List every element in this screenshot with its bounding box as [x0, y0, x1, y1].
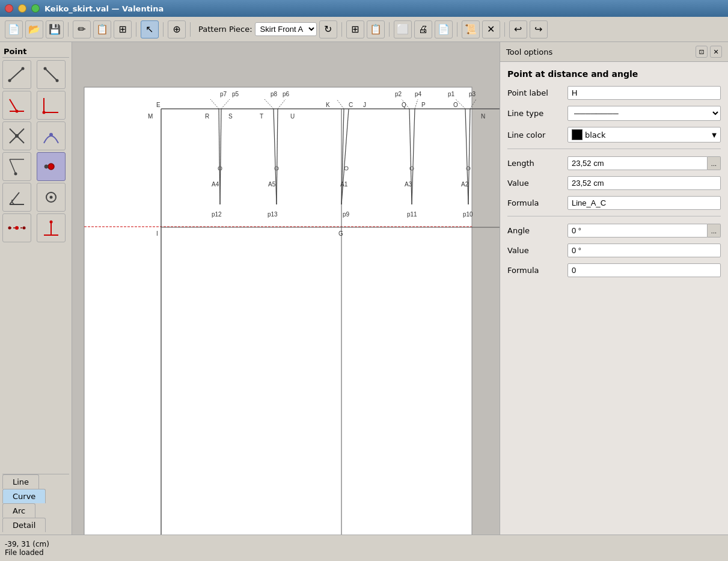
line-color-row: Line color black ▼ — [507, 127, 721, 143]
pattern-piece-select[interactable]: Skirt Front A — [255, 22, 317, 36]
toolbox-section-label: Point — [2, 44, 69, 58]
tool-line-point[interactable] — [2, 60, 31, 89]
svg-line-17 — [10, 159, 16, 174]
tool-dot[interactable] — [37, 152, 66, 181]
tool-contact[interactable] — [37, 183, 66, 212]
history-button[interactable]: 📜 — [462, 20, 480, 38]
tab-arc[interactable]: Arc — [2, 503, 35, 518]
tool-grid — [2, 60, 69, 242]
tool-corner[interactable] — [37, 91, 66, 120]
tool-height[interactable] — [37, 213, 66, 242]
svg-point-5 — [56, 79, 59, 82]
right-panel: Tool options ⊡ ✕ Point at distance and a… — [500, 42, 728, 535]
svg-text:G: G — [338, 230, 343, 237]
tool-angle-dist[interactable] — [2, 183, 31, 212]
maximize-button[interactable] — [31, 4, 40, 13]
angle-value-input[interactable] — [567, 244, 721, 257]
canvas-container[interactable]: p7 p5 p8 p6 p2 p4 p1 p3 E R S T U K C J … — [72, 42, 500, 535]
grid-button[interactable]: ⊞ — [346, 20, 364, 38]
right-panel-header: Tool options ⊡ ✕ — [500, 42, 728, 62]
svg-point-18 — [14, 173, 17, 176]
svg-line-0 — [10, 69, 23, 81]
svg-text:p1: p1 — [448, 91, 455, 97]
add-point-button[interactable]: ⊕ — [168, 20, 186, 38]
svg-text:Q: Q — [402, 102, 406, 108]
svg-text:A1: A1 — [340, 181, 348, 188]
detail-mode-button[interactable]: 📋 — [93, 20, 111, 38]
save-button[interactable]: 💾 — [46, 20, 64, 38]
open-button[interactable]: 📂 — [25, 20, 43, 38]
svg-point-1 — [8, 79, 11, 82]
category-tabs: Line Curve Arc Detail — [2, 474, 69, 532]
tool-triangle[interactable] — [2, 152, 31, 181]
svg-text:p13: p13 — [268, 211, 278, 218]
close-pattern-button[interactable]: ✕ — [482, 20, 500, 38]
clipboard-button[interactable]: 📋 — [367, 20, 385, 38]
separator-6 — [389, 22, 390, 37]
length-dots-button[interactable]: ... — [708, 156, 721, 170]
tool-mid-point[interactable] — [2, 213, 31, 242]
length-value-input[interactable] — [567, 176, 721, 190]
angle-label: Angle — [507, 226, 567, 235]
angle-row: Angle ... — [507, 224, 721, 238]
svg-text:S: S — [228, 113, 233, 120]
svg-text:T: T — [260, 113, 263, 120]
update-button[interactable]: ↻ — [319, 20, 337, 38]
svg-text:U: U — [290, 113, 295, 120]
svg-text:O: O — [453, 102, 458, 108]
angle-dots-button[interactable]: ... — [708, 224, 721, 238]
angle-input[interactable] — [567, 224, 708, 238]
tool-line-intersect[interactable] — [2, 121, 31, 150]
svg-point-26 — [15, 226, 19, 230]
svg-point-28 — [23, 227, 26, 230]
panel-float-button[interactable]: ⊡ — [696, 46, 708, 58]
draw-mode-button[interactable]: ✏️ — [73, 20, 91, 38]
cursor-button[interactable]: ↖ — [141, 20, 159, 38]
svg-text:A5: A5 — [268, 181, 276, 188]
svg-text:R: R — [205, 113, 209, 120]
close-button[interactable] — [5, 4, 13, 13]
angle-formula-input[interactable] — [567, 263, 721, 277]
print-button[interactable]: 🖨 — [414, 20, 432, 38]
app: Keiko_skirt.val — Valentina 📄 📂 💾 ✏️ 📋 ⊞… — [0, 0, 728, 561]
tab-curve[interactable]: Curve — [2, 489, 46, 503]
svg-point-4 — [44, 67, 47, 70]
svg-text:p7: p7 — [220, 91, 227, 97]
svg-text:p8: p8 — [271, 91, 278, 97]
panel-section-title: Point at distance and angle — [507, 69, 721, 79]
svg-line-7 — [10, 99, 17, 111]
angle-value-row: Value — [507, 244, 721, 257]
export-button[interactable]: ⬜ — [394, 20, 412, 38]
svg-text:P: P — [421, 102, 426, 108]
toolbar: 📄 📂 💾 ✏️ 📋 ⊞ ↖ ⊕ Pattern Piece: Skirt Fr… — [0, 17, 728, 42]
separator-3 — [163, 22, 164, 37]
length-row: Length ... — [507, 156, 721, 170]
undo-button[interactable]: ↩ — [509, 20, 527, 38]
pattern-piece-label: Pattern Piece: — [198, 25, 252, 34]
separator-5 — [341, 22, 342, 37]
length-input[interactable] — [567, 156, 708, 170]
color-dropdown-icon: ▼ — [712, 132, 717, 138]
separator-1 — [68, 22, 69, 37]
tool-along-line[interactable] — [37, 60, 66, 89]
tool-curve-intersect[interactable] — [37, 121, 66, 150]
tab-detail[interactable]: Detail — [2, 518, 46, 532]
line-type-label: Line type — [507, 109, 567, 118]
svg-point-11 — [43, 111, 46, 114]
minimize-button[interactable] — [18, 4, 26, 13]
svg-text:A4: A4 — [212, 181, 219, 188]
tab-line[interactable]: Line — [2, 474, 39, 489]
new-button[interactable]: 📄 — [5, 20, 23, 38]
redo-button[interactable]: ↪ — [530, 20, 548, 38]
separator-7 — [457, 22, 457, 37]
line-color-select[interactable]: black ▼ — [567, 127, 721, 143]
canvas-svg[interactable]: p7 p5 p8 p6 p2 p4 p1 p3 E R S T U K C J … — [72, 42, 500, 535]
length-formula-input[interactable] — [567, 196, 721, 210]
page-setup-button[interactable]: 📄 — [435, 20, 453, 38]
svg-point-31 — [50, 221, 53, 224]
tool-perp-point[interactable] — [2, 91, 31, 120]
panel-close-button[interactable]: ✕ — [710, 46, 722, 58]
line-type-select[interactable]: ──────── - - - - - · · · · · — [567, 106, 721, 121]
layout-mode-button[interactable]: ⊞ — [114, 20, 132, 38]
point-label-input[interactable] — [567, 86, 721, 100]
